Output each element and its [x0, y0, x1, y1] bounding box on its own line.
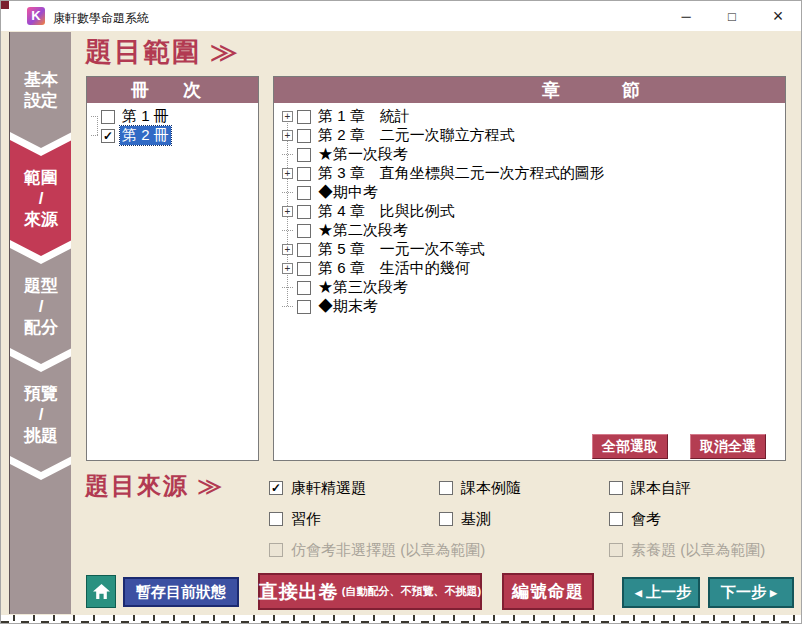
next-step-label: 下一步 [721, 583, 766, 602]
checkbox[interactable]: ✓ [269, 481, 283, 495]
bottom-edge-strip [1, 615, 801, 623]
source-option[interactable]: ✓康軒精選題 [269, 480, 366, 496]
checkbox[interactable] [609, 512, 623, 526]
source-option-label: 課本例隨 [461, 479, 521, 498]
source-option-label: 仿會考非選擇題 (以章為範圍) [291, 541, 485, 560]
numbered-question-button[interactable]: 編號命題 [502, 573, 594, 610]
source-option-label: 基測 [461, 510, 491, 529]
expand-icon[interactable]: + [282, 111, 293, 122]
home-button[interactable] [86, 575, 116, 608]
previous-step-label: 上一步 [646, 583, 691, 602]
expand-icon[interactable]: + [282, 168, 293, 179]
source-option[interactable]: 會考 [609, 511, 661, 527]
expand-icon[interactable]: + [282, 244, 293, 255]
source-option-label: 素養題 (以章為範圍) [631, 541, 765, 560]
checkbox[interactable] [297, 300, 311, 314]
previous-step-button[interactable]: ◀ 上一步 [622, 577, 700, 608]
source-option-label: 會考 [631, 510, 661, 529]
source-option-label: 康軒精選題 [291, 479, 366, 498]
expand-icon[interactable]: + [282, 263, 293, 274]
app-window: K 康軒數學命題系統 ─ □ × 基本設定範圍/來源題型/配分預覽/挑題 題目範… [0, 0, 802, 624]
source-option: 素養題 (以章為範圍) [609, 542, 765, 558]
source-option[interactable]: 習作 [269, 511, 321, 527]
checkbox[interactable] [297, 262, 311, 276]
checkbox[interactable] [297, 167, 311, 181]
source-options: ✓康軒精選題課本例隨課本自評習作基測會考仿會考非選擇題 (以章為範圍)素養題 (… [1, 1, 801, 623]
checkbox[interactable] [297, 110, 311, 124]
checkbox[interactable] [101, 110, 115, 124]
next-step-button[interactable]: 下一步 ▶ [708, 577, 794, 608]
checkbox[interactable] [297, 186, 311, 200]
direct-export-label: 直接出卷 [259, 579, 339, 605]
source-option[interactable]: 課本自評 [609, 480, 691, 496]
source-option-label: 課本自評 [631, 479, 691, 498]
expand-icon[interactable]: + [282, 130, 293, 141]
source-option[interactable]: 基測 [439, 511, 491, 527]
direct-export-button[interactable]: 直接出卷 (自動配分、不預覽、不挑題) [258, 573, 482, 610]
checkbox[interactable] [269, 512, 283, 526]
right-arrow-icon: ▶ [770, 588, 777, 598]
checkbox[interactable] [297, 281, 311, 295]
checkbox[interactable] [297, 243, 311, 257]
checkbox [269, 543, 283, 557]
checkbox[interactable] [297, 205, 311, 219]
checkbox[interactable] [297, 129, 311, 143]
checkbox[interactable] [297, 224, 311, 238]
checkbox[interactable] [297, 148, 311, 162]
source-option: 仿會考非選擇題 (以章為範圍) [269, 542, 485, 558]
home-icon [93, 584, 110, 599]
checkbox[interactable] [439, 512, 453, 526]
checkbox[interactable] [609, 481, 623, 495]
checkbox[interactable]: ✓ [101, 129, 115, 143]
expand-icon[interactable]: + [282, 206, 293, 217]
checkbox[interactable] [439, 481, 453, 495]
source-option-label: 習作 [291, 510, 321, 529]
source-option[interactable]: 課本例隨 [439, 480, 521, 496]
checkbox [609, 543, 623, 557]
direct-export-sublabel: (自動配分、不預覽、不挑題) [342, 584, 481, 599]
left-arrow-icon: ◀ [635, 588, 642, 598]
save-state-button[interactable]: 暫存目前狀態 [123, 577, 239, 607]
